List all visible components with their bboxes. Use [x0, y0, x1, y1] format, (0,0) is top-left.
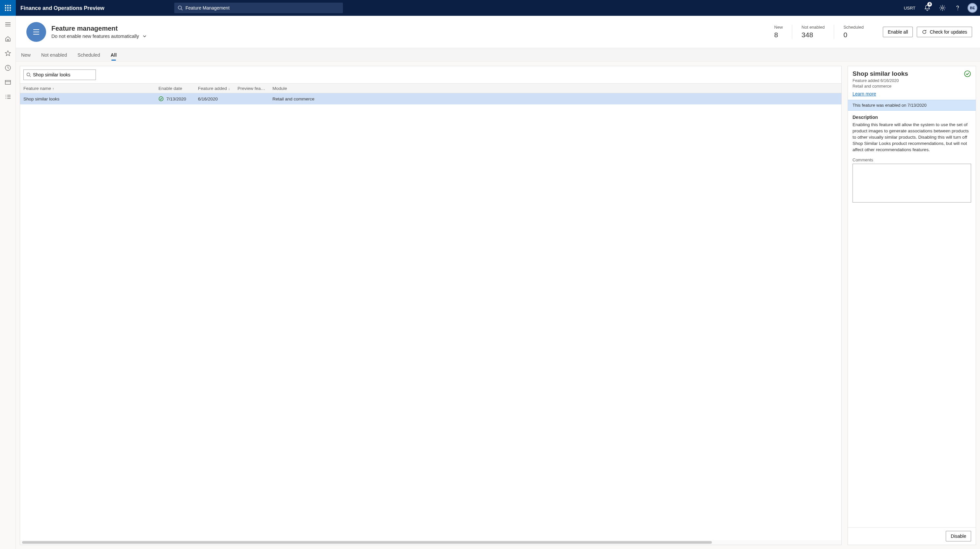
svg-point-18 — [27, 73, 30, 76]
grid-filter[interactable] — [23, 70, 96, 80]
kpi-new[interactable]: New 8 — [765, 25, 792, 39]
nav-home[interactable] — [1, 32, 14, 45]
cell-feature-added: 6/16/2020 — [195, 97, 234, 102]
cell-feature-name: Shop similar looks — [20, 97, 155, 102]
svg-line-19 — [30, 76, 31, 77]
disable-label: Disable — [951, 533, 966, 539]
nav-modules[interactable] — [1, 90, 14, 103]
sort-desc-icon: ↓ — [228, 87, 230, 91]
comments-label: Comments — [853, 158, 971, 162]
kpi-label: Scheduled — [843, 25, 863, 30]
tab-all[interactable]: All — [110, 50, 118, 60]
kpi-not-enabled[interactable]: Not enabled 348 — [792, 25, 834, 39]
home-icon — [5, 35, 11, 42]
global-search[interactable] — [174, 3, 343, 13]
svg-point-16 — [6, 97, 6, 97]
check-updates-label: Check for updates — [930, 29, 967, 35]
kpi-value: 348 — [802, 31, 824, 39]
kpi-value: 0 — [843, 31, 863, 39]
enable-all-label: Enable all — [888, 29, 908, 35]
notification-badge: 4 — [927, 2, 932, 6]
col-header-module[interactable]: Module — [269, 86, 841, 91]
cell-enable-date: 7/13/2020 — [155, 96, 195, 102]
table-row[interactable]: Shop similar looks 7/13/2020 6/16/2020 R… — [20, 93, 841, 104]
feature-management-icon — [26, 22, 46, 42]
search-icon — [26, 72, 31, 77]
svg-rect-0 — [5, 5, 6, 6]
global-app-bar: Finance and Operations Preview USRT 4 BE — [0, 0, 980, 16]
tab-bar: New Not enabled Scheduled All — [16, 48, 980, 62]
workspace-icon — [5, 79, 11, 86]
settings-button[interactable] — [935, 0, 950, 16]
left-nav-rail — [0, 16, 16, 549]
app-title: Finance and Operations Preview — [16, 5, 104, 11]
page-title: Feature management — [51, 25, 147, 32]
enabled-check-icon — [158, 96, 164, 102]
nav-expand-button[interactable] — [1, 18, 14, 31]
auto-enable-mode-dropdown[interactable]: Do not enable new features automatically — [51, 33, 147, 39]
nav-workspaces[interactable] — [1, 76, 14, 89]
enabled-banner: This feature was enabled on 7/13/2020 — [848, 100, 976, 111]
svg-point-15 — [6, 95, 6, 95]
app-launcher-button[interactable] — [0, 0, 16, 16]
kpi-label: Not enabled — [802, 25, 824, 30]
kpi-scheduled[interactable]: Scheduled 0 — [834, 25, 873, 39]
svg-point-9 — [178, 6, 181, 9]
kpi-label: New — [774, 25, 783, 30]
feature-details-pane: Shop similar looks Feature added 6/16/20… — [848, 66, 976, 545]
svg-rect-4 — [7, 7, 9, 9]
workspace-header: Feature management Do not enable new fea… — [16, 16, 980, 48]
col-header-feature-name[interactable]: Feature name↑ — [20, 86, 155, 91]
modules-icon — [5, 94, 11, 100]
description-heading: Description — [853, 115, 971, 120]
grid-filter-input[interactable] — [33, 72, 93, 77]
sort-asc-icon: ↑ — [52, 87, 54, 91]
help-icon — [954, 5, 961, 11]
nav-favorites[interactable] — [1, 47, 14, 60]
svg-rect-14 — [5, 80, 11, 84]
svg-rect-2 — [10, 5, 11, 6]
disable-button[interactable]: Disable — [946, 531, 971, 541]
user-avatar[interactable]: BE — [967, 3, 977, 13]
col-header-preview[interactable]: Preview feature — [234, 86, 269, 91]
enable-all-button[interactable]: Enable all — [883, 27, 913, 37]
refresh-icon — [922, 29, 927, 35]
check-for-updates-button[interactable]: Check for updates — [917, 27, 972, 37]
help-button[interactable] — [950, 0, 965, 16]
enabled-check-icon — [964, 70, 971, 77]
star-icon — [5, 50, 11, 57]
kpi-group: New 8 Not enabled 348 Scheduled 0 — [765, 25, 873, 39]
tab-not-enabled[interactable]: Not enabled — [41, 50, 68, 60]
search-icon — [178, 5, 183, 11]
chevron-down-icon — [142, 34, 147, 38]
waffle-icon — [5, 5, 11, 11]
hamburger-icon — [5, 21, 11, 28]
col-header-feature-added[interactable]: Feature added↓ — [195, 86, 234, 91]
details-module: Retail and commerce — [853, 84, 971, 89]
list-icon — [31, 26, 42, 38]
svg-rect-1 — [7, 5, 9, 6]
details-title: Shop similar looks — [853, 70, 971, 77]
horizontal-scrollbar[interactable] — [20, 540, 841, 545]
details-added: Feature added 6/16/2020 — [853, 78, 971, 83]
learn-more-link[interactable]: Learn more — [853, 91, 876, 97]
tab-new[interactable]: New — [21, 50, 31, 60]
auto-enable-mode-label: Do not enable new features automatically — [51, 33, 139, 39]
global-search-input[interactable] — [185, 5, 340, 11]
svg-point-17 — [6, 98, 6, 99]
svg-rect-7 — [7, 10, 9, 11]
tab-scheduled[interactable]: Scheduled — [77, 50, 101, 60]
svg-point-21 — [964, 71, 970, 77]
svg-rect-3 — [5, 7, 6, 9]
feature-grid-panel: Feature name↑ Enable date Feature added↓… — [20, 66, 842, 545]
description-text: Enabling this feature will allow the sys… — [853, 122, 971, 153]
kpi-value: 8 — [774, 31, 783, 39]
notifications-button[interactable]: 4 — [920, 0, 935, 16]
nav-recent[interactable] — [1, 61, 14, 75]
cell-module: Retail and commerce — [269, 97, 841, 102]
col-header-enable-date[interactable]: Enable date — [155, 86, 195, 91]
svg-point-12 — [958, 10, 958, 10]
company-label[interactable]: USRT — [900, 6, 920, 11]
comments-textarea[interactable] — [853, 164, 971, 202]
svg-point-11 — [942, 7, 943, 9]
